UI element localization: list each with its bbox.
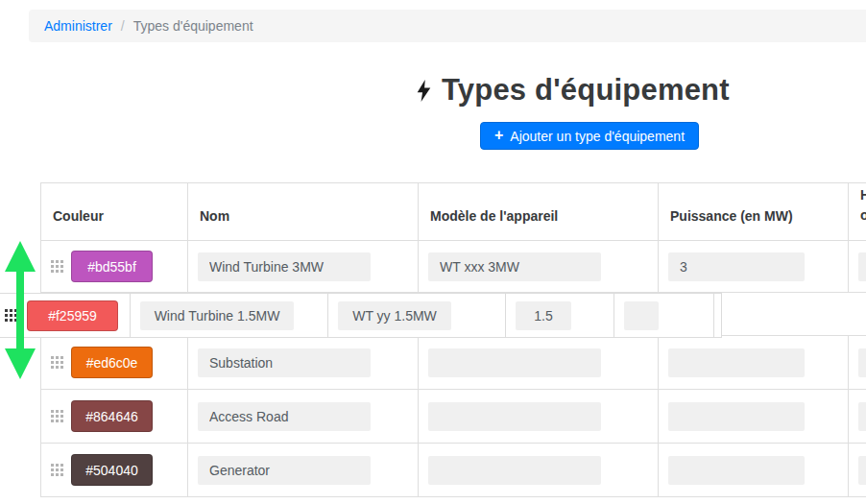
breadcrumb-separator: /: [121, 18, 125, 34]
power-input[interactable]: [668, 402, 805, 431]
height-input[interactable]: [858, 252, 866, 281]
table-row: #504040: [41, 444, 866, 497]
dragged-row[interactable]: #f25959: [0, 293, 722, 338]
model-input[interactable]: [428, 348, 601, 377]
breadcrumb: Administrer / Types d'équipement: [29, 10, 866, 42]
column-header-puissance: Puissance (en MW): [659, 183, 849, 241]
height-input[interactable]: [858, 456, 866, 485]
column-header-nom: Nom: [188, 183, 419, 241]
column-header-couleur: Couleur: [41, 183, 188, 241]
color-swatch[interactable]: #ed6c0e: [71, 347, 153, 378]
height-input[interactable]: [858, 402, 866, 431]
model-input[interactable]: [428, 402, 601, 431]
page-title: Types d'équipement: [442, 73, 730, 108]
name-input[interactable]: [198, 402, 371, 431]
dragged-height-input[interactable]: [624, 301, 659, 330]
table-row: #864646: [41, 390, 866, 444]
column-header-modele: Modèle de l'appareil: [419, 183, 659, 241]
model-input[interactable]: [428, 252, 601, 281]
dragged-model-input[interactable]: [338, 301, 451, 330]
power-input[interactable]: [668, 456, 805, 485]
add-equipment-type-button[interactable]: + Ajouter un type d'équipement: [480, 122, 699, 150]
drag-handle-icon[interactable]: [51, 356, 63, 369]
power-input[interactable]: [668, 252, 805, 281]
drag-handle-icon[interactable]: [51, 410, 63, 422]
dragged-power-input[interactable]: [516, 301, 571, 330]
column-header-hauteur-cut: Ha op: [849, 183, 866, 241]
add-equipment-type-label: Ajouter un type d'équipement: [510, 129, 685, 144]
drag-handle-icon[interactable]: [51, 464, 63, 476]
color-swatch[interactable]: #bd55bf: [71, 251, 153, 282]
model-input[interactable]: [428, 456, 601, 485]
dragged-name-input[interactable]: [140, 301, 294, 330]
drag-handle-icon[interactable]: [5, 309, 17, 322]
table-row: #bd55bf: [41, 241, 866, 293]
name-input[interactable]: [198, 456, 371, 485]
plus-icon: +: [494, 128, 503, 143]
breadcrumb-current: Types d'équipement: [133, 18, 253, 34]
color-swatch[interactable]: #864646: [71, 400, 153, 432]
page-header: Types d'équipement: [417, 73, 730, 108]
lightning-bolt-icon: [417, 80, 431, 102]
breadcrumb-link-administrer[interactable]: Administrer: [44, 18, 112, 34]
name-input[interactable]: [198, 348, 371, 377]
table-row: #ed6c0e: [41, 336, 866, 390]
drag-handle-icon[interactable]: [51, 260, 63, 273]
color-swatch[interactable]: #504040: [71, 454, 153, 486]
power-input[interactable]: [668, 348, 805, 377]
dragged-color-swatch[interactable]: #f25959: [27, 300, 118, 331]
name-input[interactable]: [198, 252, 371, 281]
height-input[interactable]: [858, 348, 866, 377]
equipment-types-table: Couleur Nom Modèle de l'appareil Puissan…: [40, 182, 866, 497]
table-header-row: Couleur Nom Modèle de l'appareil Puissan…: [41, 183, 866, 241]
